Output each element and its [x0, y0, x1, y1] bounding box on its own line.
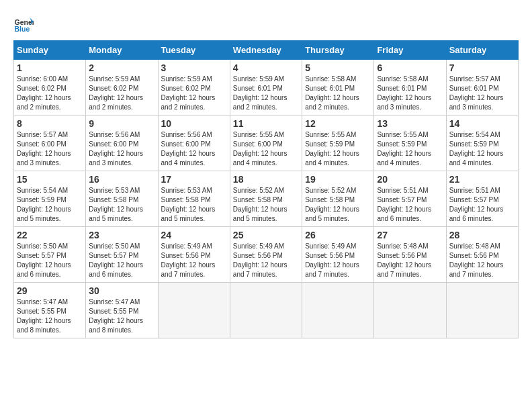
day-number: 9: [89, 118, 154, 129]
day-info: Sunrise: 5:55 AM Sunset: 5:59 PM Dayligh…: [377, 130, 443, 168]
day-info: Sunrise: 5:59 AM Sunset: 6:02 PM Dayligh…: [89, 75, 154, 112]
day-number: 21: [449, 174, 515, 185]
calendar-cell: 29Sunrise: 5:47 AM Sunset: 5:55 PM Dayli…: [14, 283, 86, 338]
calendar-cell: 24Sunrise: 5:49 AM Sunset: 5:56 PM Dayli…: [158, 227, 230, 283]
calendar-cell: 23Sunrise: 5:50 AM Sunset: 5:57 PM Dayli…: [86, 227, 158, 283]
day-info: Sunrise: 5:58 AM Sunset: 6:01 PM Dayligh…: [377, 75, 443, 112]
calendar-cell: 22Sunrise: 5:50 AM Sunset: 5:57 PM Dayli…: [14, 227, 86, 283]
calendar-row: 1Sunrise: 6:00 AM Sunset: 6:02 PM Daylig…: [14, 60, 519, 116]
calendar-cell: 1Sunrise: 6:00 AM Sunset: 6:02 PM Daylig…: [14, 60, 86, 116]
svg-text:Blue: Blue: [15, 25, 30, 33]
calendar-cell: 7Sunrise: 5:57 AM Sunset: 6:01 PM Daylig…: [446, 60, 518, 116]
calendar-cell: 15Sunrise: 5:54 AM Sunset: 5:59 PM Dayli…: [14, 171, 86, 227]
weekday-header-tuesday: Tuesday: [158, 41, 230, 60]
day-number: 17: [161, 174, 227, 185]
calendar-cell: 27Sunrise: 5:48 AM Sunset: 5:56 PM Dayli…: [374, 227, 446, 283]
day-number: 27: [377, 230, 443, 240]
weekday-header-thursday: Thursday: [302, 41, 374, 60]
day-number: 8: [17, 118, 83, 129]
day-info: Sunrise: 5:49 AM Sunset: 5:56 PM Dayligh…: [161, 242, 227, 279]
day-info: Sunrise: 5:53 AM Sunset: 5:58 PM Dayligh…: [161, 186, 227, 224]
weekday-header-wednesday: Wednesday: [230, 41, 302, 60]
day-info: Sunrise: 5:50 AM Sunset: 5:57 PM Dayligh…: [17, 242, 83, 279]
day-number: 22: [17, 230, 83, 240]
calendar-cell: [158, 283, 230, 338]
calendar-table: SundayMondayTuesdayWednesdayThursdayFrid…: [13, 40, 519, 338]
day-info: Sunrise: 5:51 AM Sunset: 5:57 PM Dayligh…: [449, 186, 515, 224]
day-number: 29: [17, 285, 83, 296]
day-info: Sunrise: 5:57 AM Sunset: 6:00 PM Dayligh…: [17, 130, 83, 168]
logo: General Blue: [13, 13, 34, 34]
calendar-cell: 21Sunrise: 5:51 AM Sunset: 5:57 PM Dayli…: [446, 171, 518, 227]
calendar-cell: 10Sunrise: 5:56 AM Sunset: 6:00 PM Dayli…: [158, 116, 230, 171]
calendar-cell: 3Sunrise: 5:59 AM Sunset: 6:02 PM Daylig…: [158, 60, 230, 116]
calendar-cell: 12Sunrise: 5:55 AM Sunset: 5:59 PM Dayli…: [302, 116, 374, 171]
day-info: Sunrise: 5:48 AM Sunset: 5:56 PM Dayligh…: [377, 242, 443, 279]
calendar-cell: 6Sunrise: 5:58 AM Sunset: 6:01 PM Daylig…: [374, 60, 446, 116]
weekday-header-row: SundayMondayTuesdayWednesdayThursdayFrid…: [14, 41, 519, 60]
day-number: 12: [305, 118, 371, 129]
day-info: Sunrise: 5:49 AM Sunset: 5:56 PM Dayligh…: [233, 242, 299, 279]
day-info: Sunrise: 5:50 AM Sunset: 5:57 PM Dayligh…: [89, 242, 154, 279]
day-number: 30: [89, 285, 154, 296]
calendar-row: 15Sunrise: 5:54 AM Sunset: 5:59 PM Dayli…: [14, 171, 519, 227]
weekday-header-sunday: Sunday: [14, 41, 86, 60]
day-info: Sunrise: 5:53 AM Sunset: 5:58 PM Dayligh…: [89, 186, 154, 224]
day-number: 3: [161, 62, 227, 73]
calendar-cell: 25Sunrise: 5:49 AM Sunset: 5:56 PM Dayli…: [230, 227, 302, 283]
calendar-cell: 9Sunrise: 5:56 AM Sunset: 6:00 PM Daylig…: [86, 116, 158, 171]
calendar-cell: 16Sunrise: 5:53 AM Sunset: 5:58 PM Dayli…: [86, 171, 158, 227]
page-header: General Blue: [13, 13, 519, 34]
day-info: Sunrise: 5:55 AM Sunset: 5:59 PM Dayligh…: [305, 130, 371, 168]
day-number: 10: [161, 118, 227, 129]
calendar-cell: 28Sunrise: 5:48 AM Sunset: 5:56 PM Dayli…: [446, 227, 518, 283]
weekday-header-monday: Monday: [86, 41, 158, 60]
calendar-cell: 18Sunrise: 5:52 AM Sunset: 5:58 PM Dayli…: [230, 171, 302, 227]
day-number: 19: [305, 174, 371, 185]
calendar-cell: 8Sunrise: 5:57 AM Sunset: 6:00 PM Daylig…: [14, 116, 86, 171]
calendar-cell: 11Sunrise: 5:55 AM Sunset: 6:00 PM Dayli…: [230, 116, 302, 171]
calendar-cell: 17Sunrise: 5:53 AM Sunset: 5:58 PM Dayli…: [158, 171, 230, 227]
calendar-cell: 19Sunrise: 5:52 AM Sunset: 5:58 PM Dayli…: [302, 171, 374, 227]
calendar-row: 29Sunrise: 5:47 AM Sunset: 5:55 PM Dayli…: [14, 283, 519, 338]
day-number: 2: [89, 62, 154, 73]
day-number: 1: [17, 62, 83, 73]
day-number: 6: [377, 62, 443, 73]
day-info: Sunrise: 6:00 AM Sunset: 6:02 PM Dayligh…: [17, 75, 83, 112]
day-number: 4: [233, 62, 299, 73]
day-number: 26: [305, 230, 371, 240]
day-number: 24: [161, 230, 227, 240]
day-info: Sunrise: 5:47 AM Sunset: 5:55 PM Dayligh…: [89, 298, 154, 335]
day-number: 23: [89, 230, 154, 240]
day-info: Sunrise: 5:58 AM Sunset: 6:01 PM Dayligh…: [305, 75, 371, 112]
calendar-cell: [446, 283, 518, 338]
day-info: Sunrise: 5:48 AM Sunset: 5:56 PM Dayligh…: [449, 242, 515, 279]
weekday-header-saturday: Saturday: [446, 41, 518, 60]
calendar-cell: [230, 283, 302, 338]
calendar-row: 8Sunrise: 5:57 AM Sunset: 6:00 PM Daylig…: [14, 116, 519, 171]
day-info: Sunrise: 5:52 AM Sunset: 5:58 PM Dayligh…: [305, 186, 371, 224]
day-number: 11: [233, 118, 299, 129]
day-number: 5: [305, 62, 371, 73]
day-info: Sunrise: 5:49 AM Sunset: 5:56 PM Dayligh…: [305, 242, 371, 279]
calendar-row: 22Sunrise: 5:50 AM Sunset: 5:57 PM Dayli…: [14, 227, 519, 283]
day-number: 15: [17, 174, 83, 185]
calendar-cell: 5Sunrise: 5:58 AM Sunset: 6:01 PM Daylig…: [302, 60, 374, 116]
day-info: Sunrise: 5:56 AM Sunset: 6:00 PM Dayligh…: [89, 130, 154, 168]
day-info: Sunrise: 5:47 AM Sunset: 5:55 PM Dayligh…: [17, 298, 83, 335]
day-info: Sunrise: 5:51 AM Sunset: 5:57 PM Dayligh…: [377, 186, 443, 224]
day-number: 18: [233, 174, 299, 185]
day-number: 13: [377, 118, 443, 129]
day-info: Sunrise: 5:52 AM Sunset: 5:58 PM Dayligh…: [233, 186, 299, 224]
day-info: Sunrise: 5:57 AM Sunset: 6:01 PM Dayligh…: [449, 75, 515, 112]
day-info: Sunrise: 5:59 AM Sunset: 6:02 PM Dayligh…: [161, 75, 227, 112]
calendar-cell: 2Sunrise: 5:59 AM Sunset: 6:02 PM Daylig…: [86, 60, 158, 116]
calendar-cell: 4Sunrise: 5:59 AM Sunset: 6:01 PM Daylig…: [230, 60, 302, 116]
day-number: 20: [377, 174, 443, 185]
day-number: 14: [449, 118, 515, 129]
day-info: Sunrise: 5:54 AM Sunset: 5:59 PM Dayligh…: [17, 186, 83, 224]
day-info: Sunrise: 5:56 AM Sunset: 6:00 PM Dayligh…: [161, 130, 227, 168]
calendar-cell: [374, 283, 446, 338]
day-number: 16: [89, 174, 154, 185]
day-info: Sunrise: 5:54 AM Sunset: 5:59 PM Dayligh…: [449, 130, 515, 168]
